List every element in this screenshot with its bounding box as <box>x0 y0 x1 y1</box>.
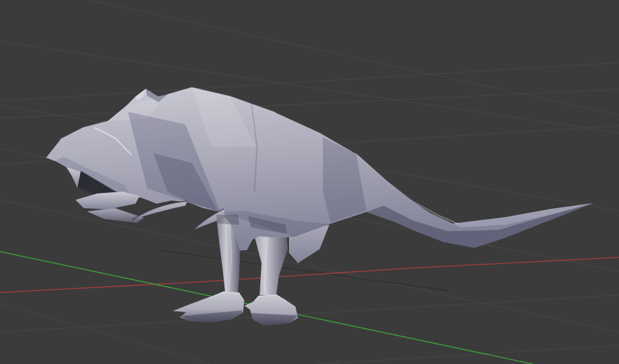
viewport-3d[interactable] <box>0 0 619 364</box>
rat-leg-near-contact-shadow <box>216 215 239 225</box>
viewport-canvas[interactable] <box>0 0 619 364</box>
